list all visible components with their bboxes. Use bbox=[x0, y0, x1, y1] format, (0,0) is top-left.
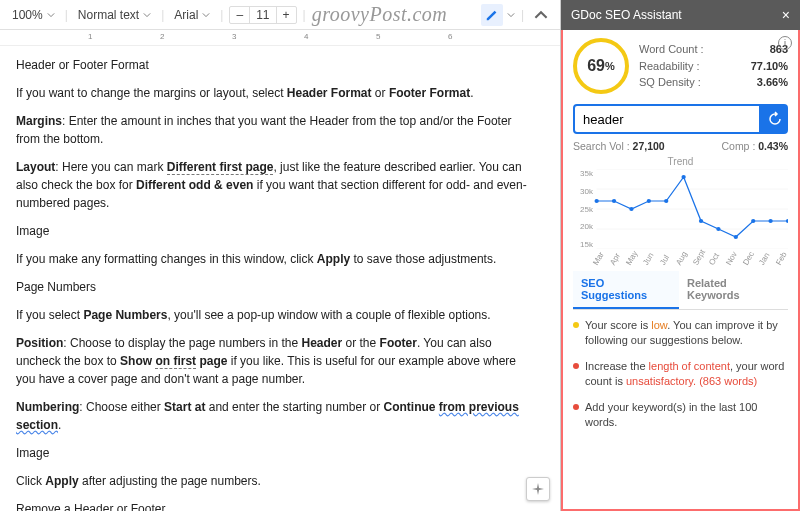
trend-chart: 35k30k25k20k15k MarAprMayJunJulAugSeptOc… bbox=[573, 169, 788, 249]
watermark: groovyPost.com bbox=[312, 3, 448, 26]
info-icon[interactable]: i bbox=[778, 36, 792, 50]
tab-related-keywords[interactable]: Related Keywords bbox=[679, 271, 788, 309]
chevron-up-icon bbox=[534, 8, 548, 22]
zoom-dropdown[interactable]: 100% bbox=[8, 6, 59, 24]
suggestion-item: Add your keyword(s) in the last 100 word… bbox=[573, 400, 788, 431]
svg-point-16 bbox=[786, 219, 788, 223]
bullet-icon bbox=[573, 322, 579, 328]
pencil-icon bbox=[485, 8, 499, 22]
paragraph[interactable]: Numbering: Choose either Start at and en… bbox=[16, 398, 538, 434]
decrease-font-button[interactable]: – bbox=[230, 7, 249, 23]
collapse-toolbar-button[interactable] bbox=[530, 4, 552, 26]
chart-title: Trend bbox=[573, 156, 788, 167]
svg-point-10 bbox=[681, 175, 685, 179]
paragraph[interactable]: Image bbox=[16, 222, 538, 240]
close-icon[interactable]: × bbox=[782, 7, 790, 23]
chevron-down-icon bbox=[202, 11, 210, 19]
bullet-icon bbox=[573, 404, 579, 410]
paragraph-style-dropdown[interactable]: Normal text bbox=[74, 6, 155, 24]
sidebar-title: GDoc SEO Assistant bbox=[571, 8, 682, 22]
toolbar: 100% | Normal text | Arial | – 11 + | gr… bbox=[0, 0, 560, 30]
chevron-down-icon[interactable] bbox=[507, 11, 515, 19]
svg-point-14 bbox=[751, 219, 755, 223]
paragraph[interactable]: Page Numbers bbox=[16, 278, 538, 296]
explore-button[interactable] bbox=[526, 477, 550, 501]
suggestion-item: Increase the length of content, your wor… bbox=[573, 359, 788, 390]
paragraph[interactable]: If you want to change the margins or lay… bbox=[16, 84, 538, 102]
svg-point-5 bbox=[595, 199, 599, 203]
refresh-icon bbox=[767, 111, 783, 127]
bullet-icon bbox=[573, 363, 579, 369]
paragraph[interactable]: Image bbox=[16, 444, 538, 462]
tab-seo-suggestions[interactable]: SEO Suggestions bbox=[573, 271, 679, 309]
svg-point-13 bbox=[734, 235, 738, 239]
ruler[interactable]: 1 2 3 4 5 6 bbox=[0, 30, 560, 46]
paragraph[interactable]: Position: Choose to display the page num… bbox=[16, 334, 538, 388]
svg-point-8 bbox=[647, 199, 651, 203]
seo-score-circle: 69% bbox=[573, 38, 629, 94]
heading-text[interactable]: Header or Footer Format bbox=[16, 56, 538, 74]
font-size-stepper[interactable]: – 11 + bbox=[229, 6, 296, 24]
suggestion-item: Your score is low. You can improve it by… bbox=[573, 318, 788, 349]
sidebar-title-bar: GDoc SEO Assistant × bbox=[561, 0, 800, 30]
keyword-stats: Search Vol : 27,100 Comp : 0.43% bbox=[573, 140, 788, 152]
svg-point-9 bbox=[664, 199, 668, 203]
metrics: Word Count :863 Readability :77.10% SQ D… bbox=[639, 41, 788, 91]
paragraph[interactable]: Remove a Header or Footer bbox=[16, 500, 538, 511]
svg-point-12 bbox=[716, 227, 720, 231]
font-family-dropdown[interactable]: Arial bbox=[170, 6, 214, 24]
paragraph[interactable]: If you select Page Numbers, you'll see a… bbox=[16, 306, 538, 324]
plus-star-icon bbox=[531, 482, 545, 496]
suggestion-tabs: SEO Suggestions Related Keywords bbox=[573, 271, 788, 310]
seo-sidebar: GDoc SEO Assistant × 69% Word Count :863… bbox=[560, 0, 800, 511]
svg-point-7 bbox=[629, 207, 633, 211]
paragraph[interactable]: If you make any formatting changes in th… bbox=[16, 250, 538, 268]
paragraph[interactable]: Layout: Here you can mark Different firs… bbox=[16, 158, 538, 212]
keyword-input[interactable] bbox=[573, 104, 761, 134]
chevron-down-icon bbox=[143, 11, 151, 19]
refresh-button[interactable] bbox=[761, 104, 788, 134]
font-size-value[interactable]: 11 bbox=[249, 7, 276, 23]
keyword-search bbox=[573, 104, 788, 134]
increase-font-button[interactable]: + bbox=[277, 7, 296, 23]
paragraph[interactable]: Margins: Enter the amount in inches that… bbox=[16, 112, 538, 148]
chevron-down-icon bbox=[47, 11, 55, 19]
editing-mode-button[interactable] bbox=[481, 4, 503, 26]
svg-point-6 bbox=[612, 199, 616, 203]
svg-point-15 bbox=[768, 219, 772, 223]
paragraph[interactable]: Click Apply after adjusting the page num… bbox=[16, 472, 538, 490]
svg-point-11 bbox=[699, 219, 703, 223]
document-body[interactable]: Header or Footer Format If you want to c… bbox=[0, 46, 560, 511]
suggestions-list: Your score is low. You can improve it by… bbox=[573, 318, 788, 440]
